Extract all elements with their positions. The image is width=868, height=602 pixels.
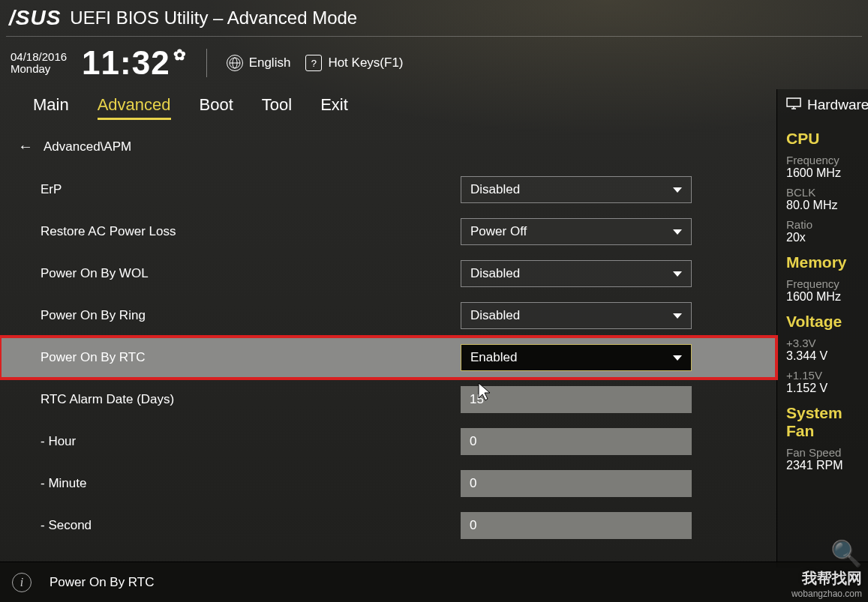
sidebar-stat-value: 1600 MHz	[786, 166, 868, 180]
select-value: Enabled	[470, 350, 517, 365]
setting-input[interactable]: 0	[461, 470, 692, 497]
setting-input[interactable]: 0	[461, 512, 692, 539]
language-label: English	[249, 55, 291, 70]
select-value: Power Off	[470, 224, 527, 239]
asus-logo: /SUS	[6, 6, 70, 30]
select-value: Disabled	[470, 308, 520, 323]
sidebar-heading: System Fan	[786, 404, 868, 440]
language-selector[interactable]: English	[227, 55, 291, 71]
info-icon: i	[12, 573, 32, 592]
setting-select[interactable]: Disabled	[461, 176, 692, 203]
watermark-url: wobangzhao.com	[791, 589, 862, 599]
monitor-icon	[786, 97, 801, 113]
setting-row: RTC Alarm Date (Days)15	[0, 379, 776, 421]
chevron-down-icon	[673, 229, 682, 235]
setting-row: - Hour0	[0, 421, 776, 463]
sidebar-stat-label: Fan Speed	[786, 446, 868, 459]
bios-title: UEFI BIOS Utility – Advanced Mode	[70, 7, 357, 28]
setting-label: - Minute	[41, 476, 461, 491]
setting-label: Power On By WOL	[41, 266, 461, 281]
watermark-text: 我帮找网	[791, 568, 862, 589]
sidebar-stat-value: 1600 MHz	[786, 290, 868, 304]
magnifier-icon: 🔍	[791, 538, 862, 568]
sidebar-stat-label: +1.15V	[786, 369, 868, 382]
setting-row: Power On By RingDisabled	[0, 295, 776, 337]
tab-main[interactable]: Main	[33, 95, 69, 120]
setting-input[interactable]: 0	[461, 428, 692, 455]
sidebar-stat-value: 2341 RPM	[786, 459, 868, 472]
sidebar-stat-label: BCLK	[786, 186, 868, 199]
select-value: Disabled	[470, 266, 520, 281]
setting-label: Power On By RTC	[41, 350, 461, 365]
date-text: 04/18/2016	[11, 51, 67, 64]
hardware-monitor-panel: Hardware CPUFrequency1600 MHzBCLK80.0 MH…	[776, 89, 868, 568]
breadcrumb[interactable]: ← Advanced\APM	[0, 129, 776, 169]
question-icon: ?	[305, 55, 322, 71]
chevron-down-icon	[673, 313, 682, 319]
help-text: Power On By RTC	[50, 575, 155, 590]
sidebar-heading: CPU	[786, 130, 868, 148]
tab-exit[interactable]: Exit	[320, 95, 348, 120]
setting-row: Restore AC Power LossPower Off	[0, 211, 776, 253]
sidebar-stat-value: 3.344 V	[786, 349, 868, 363]
tab-boot[interactable]: Boot	[200, 95, 233, 120]
setting-row: - Minute0	[0, 463, 776, 505]
setting-select[interactable]: Power Off	[461, 218, 692, 245]
tab-tool[interactable]: Tool	[262, 95, 292, 120]
hardware-monitor-label: Hardware	[807, 97, 868, 113]
breadcrumb-text: Advanced\APM	[44, 139, 131, 154]
sidebar-stat-label: +3.3V	[786, 337, 868, 349]
sidebar-stat-value: 1.152 V	[786, 382, 868, 395]
setting-label: RTC Alarm Date (Days)	[41, 392, 461, 407]
setting-row: Power On By WOLDisabled	[0, 253, 776, 295]
sidebar-heading: Voltage	[786, 313, 868, 331]
sidebar-stat-value: 80.0 MHz	[786, 199, 868, 212]
gear-icon[interactable]: ✿	[173, 46, 187, 64]
chevron-down-icon	[673, 187, 682, 193]
setting-row: Power On By RTCEnabled	[0, 337, 776, 379]
day-text: Monday	[11, 63, 67, 76]
sidebar-heading: Memory	[786, 253, 868, 271]
date-block: 04/18/2016 Monday	[11, 51, 67, 76]
hotkeys-button[interactable]: ? Hot Keys(F1)	[305, 55, 403, 71]
hotkeys-label: Hot Keys(F1)	[328, 55, 403, 70]
back-arrow-icon[interactable]: ←	[18, 138, 33, 155]
setting-label: Power On By Ring	[41, 308, 461, 323]
setting-row: - Second0	[0, 505, 776, 547]
sidebar-stat-value: 20x	[786, 231, 868, 244]
main-tabs: MainAdvancedBootToolExit	[0, 89, 776, 129]
sidebar-stat-label: Frequency	[786, 277, 868, 290]
tab-advanced[interactable]: Advanced	[98, 95, 171, 120]
setting-label: Restore AC Power Loss	[41, 224, 461, 239]
svg-rect-3	[787, 98, 800, 106]
setting-input[interactable]: 15	[461, 386, 692, 413]
chevron-down-icon	[673, 355, 682, 361]
watermark: 🔍 我帮找网 wobangzhao.com	[791, 538, 862, 599]
globe-icon	[227, 55, 243, 71]
time-text: 11:32	[82, 44, 170, 82]
chevron-down-icon	[673, 271, 682, 277]
setting-select[interactable]: Disabled	[461, 260, 692, 287]
setting-select[interactable]: Disabled	[461, 302, 692, 329]
setting-label: ErP	[41, 182, 461, 197]
setting-select[interactable]: Enabled	[461, 344, 692, 371]
setting-label: - Hour	[41, 434, 461, 449]
help-footer: i Power On By RTC	[0, 562, 868, 602]
hardware-monitor-title: Hardware	[786, 97, 868, 113]
select-value: Disabled	[470, 182, 520, 197]
sidebar-stat-label: Ratio	[786, 218, 868, 231]
setting-row: ErPDisabled	[0, 169, 776, 211]
sidebar-stat-label: Frequency	[786, 154, 868, 166]
clock[interactable]: 11:32 ✿	[82, 44, 187, 82]
setting-label: - Second	[41, 518, 461, 533]
